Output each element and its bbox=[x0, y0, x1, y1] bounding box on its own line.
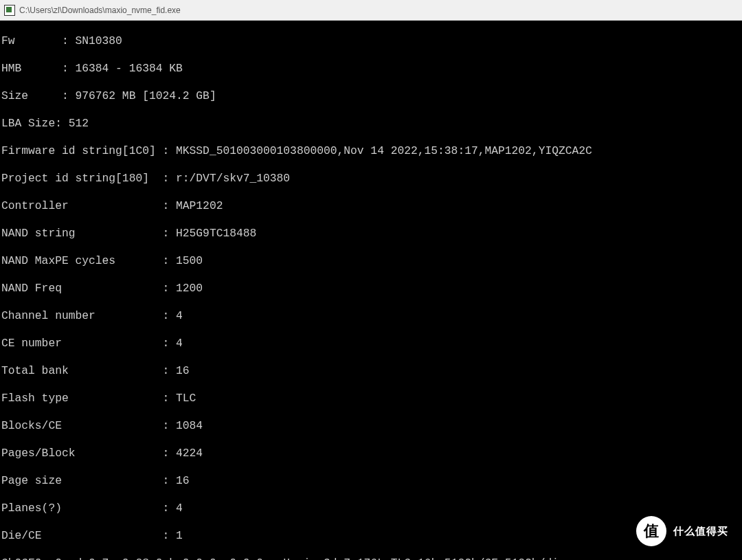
field-lba-size: LBA Size: 512 bbox=[1, 117, 741, 131]
watermark-icon: 值 bbox=[636, 516, 666, 546]
field-page-size: Page size : 16 bbox=[1, 474, 741, 488]
field-nand-freq: NAND Freq : 1200 bbox=[1, 282, 741, 295]
watermark-text: 什么值得买 bbox=[673, 525, 728, 538]
window-titlebar[interactable]: C:\Users\zl\Downloads\maxio_nvme_fid.exe bbox=[0, 0, 742, 21]
field-total-bank: Total bank : 16 bbox=[1, 364, 741, 378]
console-output: Fw : SN10380 HMB : 16384 - 16384 KB Size… bbox=[0, 21, 742, 560]
field-firmware-id: Firmware id string[1C0] : MKSSD_50100300… bbox=[1, 144, 741, 158]
watermark-badge: 值 什么值得买 bbox=[636, 516, 728, 546]
field-size: Size : 976762 MB [1024.2 GB] bbox=[1, 89, 741, 103]
field-fw: Fw : SN10380 bbox=[1, 34, 741, 48]
chip-line: Ch0CE0: 0xad,0x7e,0x28,0xb,0x0,0xc0,0x0 … bbox=[1, 557, 741, 560]
field-die-ce: Die/CE : 1 bbox=[1, 529, 741, 543]
app-icon bbox=[4, 5, 15, 16]
field-channel-number: Channel number : 4 bbox=[1, 309, 741, 323]
field-planes: Planes(?) : 4 bbox=[1, 502, 741, 515]
field-nand-string: NAND string : H25G9TC18488 bbox=[1, 227, 741, 240]
field-blocks-ce: Blocks/CE : 1084 bbox=[1, 419, 741, 433]
field-pages-block: Pages/Block : 4224 bbox=[1, 447, 741, 460]
field-hmb: HMB : 16384 - 16384 KB bbox=[1, 62, 741, 76]
field-ce-number: CE number : 4 bbox=[1, 337, 741, 350]
field-nand-maxpe: NAND MaxPE cycles : 1500 bbox=[1, 254, 741, 268]
window-title: C:\Users\zl\Downloads\maxio_nvme_fid.exe bbox=[19, 5, 181, 15]
field-controller: Controller : MAP1202 bbox=[1, 199, 741, 213]
field-project-id: Project id string[180] : r:/DVT/skv7_103… bbox=[1, 172, 741, 186]
field-flash-type: Flash type : TLC bbox=[1, 392, 741, 405]
